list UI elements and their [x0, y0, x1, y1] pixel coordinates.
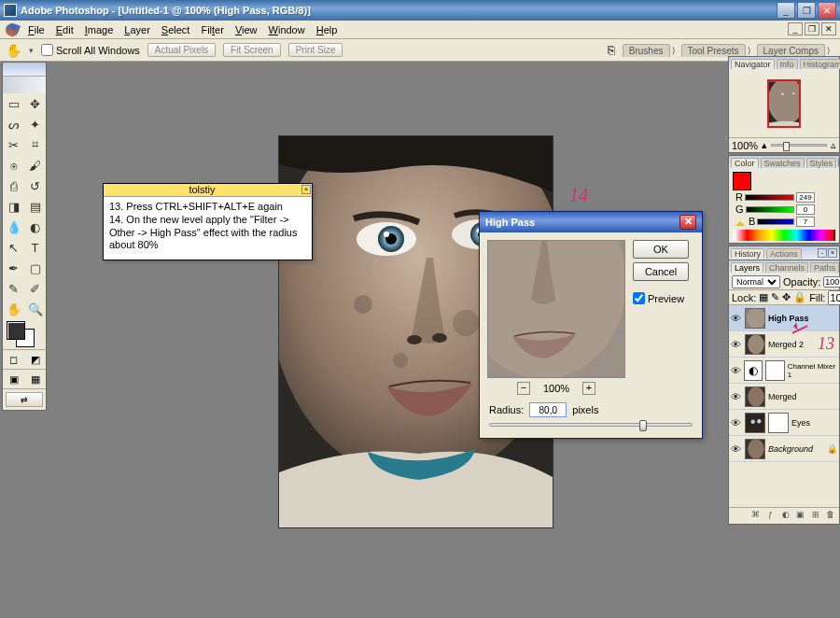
quickmask-off[interactable]: ◻	[3, 350, 24, 369]
menu-layer[interactable]: Layer	[119, 22, 156, 37]
brush-tool[interactable]: 🖌	[24, 155, 46, 176]
slice-tool[interactable]: ⌗	[24, 134, 46, 155]
layer-mask-thumb[interactable]	[768, 413, 789, 433]
layer-name[interactable]: Merged	[768, 392, 797, 401]
eyedropper-tool[interactable]: ✐	[24, 278, 46, 299]
palette-well-icon[interactable]: ⎘	[608, 43, 615, 57]
screenmode-standard[interactable]: ▣	[3, 370, 24, 388]
dialog-close-button[interactable]: ✕	[679, 215, 696, 230]
layer-row[interactable]: 👁 ◐ Channel Mixer 1	[729, 358, 839, 384]
tab-swatches[interactable]: Swatches	[761, 158, 805, 168]
blend-mode-select[interactable]: Normal	[732, 275, 780, 288]
layer-thumb[interactable]: ◐	[744, 360, 763, 381]
healing-tool[interactable]: ⍟	[3, 155, 24, 176]
palette-tab-brushes[interactable]: Brushes	[623, 44, 670, 57]
type-tool[interactable]: T	[24, 237, 46, 258]
tab-paths[interactable]: Paths	[810, 262, 839, 273]
layer-thumb[interactable]	[745, 439, 765, 459]
stamp-tool[interactable]: ⎙	[3, 176, 24, 196]
mask-icon[interactable]: ◐	[779, 510, 791, 522]
doc-restore-button[interactable]: ❐	[805, 22, 819, 35]
panel-close-icon[interactable]: ×	[828, 248, 837, 258]
menu-filter[interactable]: Filter	[195, 22, 229, 37]
history-brush-tool[interactable]: ↺	[24, 176, 46, 196]
tab-actions[interactable]: Actions	[766, 248, 802, 259]
layer-thumb[interactable]	[745, 413, 765, 433]
palette-tab-tool-presets[interactable]: Tool Presets	[681, 44, 746, 57]
visibility-icon[interactable]: 👁	[731, 443, 742, 455]
palette-tab-layer-comps[interactable]: Layer Comps	[757, 44, 825, 57]
layer-row[interactable]: 👁 High Pass	[729, 305, 839, 331]
menu-file[interactable]: FFileile	[22, 22, 50, 37]
note-close-icon[interactable]: ×	[301, 185, 311, 194]
tab-color[interactable]: Color	[731, 158, 759, 168]
menu-select[interactable]: Select	[156, 22, 196, 37]
zoom-tool[interactable]: 🔍	[24, 299, 46, 319]
link-icon[interactable]: ⌘	[749, 510, 762, 522]
lock-move-icon[interactable]: ✥	[782, 291, 791, 303]
navigator-zoom[interactable]: 100%	[732, 140, 758, 151]
note-header[interactable]: × tolstiy	[104, 184, 312, 197]
layer-row[interactable]: 👁 Background 🔒	[729, 436, 839, 462]
g-value[interactable]: 0	[796, 204, 815, 215]
new-layer-icon[interactable]: ⊞	[809, 510, 821, 522]
layer-name[interactable]: Channel Mixer 1	[788, 362, 837, 379]
tool-preset-dropdown[interactable]: ▾	[29, 46, 34, 55]
hand-tool[interactable]: ✋	[3, 299, 24, 319]
layer-row[interactable]: 👁 Eyes	[729, 410, 839, 436]
dialog-titlebar[interactable]: High Pass ✕	[480, 212, 702, 232]
navigator-thumb[interactable]	[729, 70, 839, 137]
menu-image[interactable]: Image	[79, 22, 119, 37]
visibility-icon[interactable]: 👁	[731, 365, 741, 376]
screenmode-full[interactable]: ▦	[24, 370, 46, 388]
radius-slider[interactable]	[489, 423, 693, 427]
quickmask-on[interactable]: ◩	[24, 350, 46, 369]
doc-minimize-button[interactable]: _	[788, 22, 803, 35]
blur-tool[interactable]: 💧	[3, 217, 24, 237]
navigator-slider[interactable]	[771, 144, 827, 147]
layer-thumb[interactable]	[745, 308, 765, 329]
fill-input[interactable]	[828, 290, 840, 305]
crop-tool[interactable]: ✂	[3, 134, 24, 155]
b-value[interactable]: 7	[796, 217, 815, 227]
color-ramp[interactable]	[733, 230, 835, 241]
wand-tool[interactable]: ✦	[24, 114, 46, 134]
color-foreground-swatch[interactable]	[733, 172, 751, 190]
menu-window[interactable]: Window	[263, 22, 311, 37]
close-button[interactable]: ✕	[818, 2, 836, 19]
gradient-tool[interactable]: ▤	[24, 196, 46, 217]
tab-layers[interactable]: Layers	[731, 262, 763, 273]
layer-name[interactable]: Eyes	[791, 418, 810, 428]
visibility-icon[interactable]: 👁	[731, 339, 742, 350]
pen-tool[interactable]: ✒	[3, 258, 24, 278]
menu-view[interactable]: View	[230, 22, 263, 37]
fit-screen-button[interactable]: Fit Screen	[223, 43, 281, 57]
lock-paint-icon[interactable]: ✎	[771, 291, 779, 303]
tab-histogram[interactable]: Histogram	[800, 59, 840, 69]
nav-zoom-out-icon[interactable]: ▴	[762, 139, 767, 151]
tab-navigator[interactable]: Navigator	[731, 59, 775, 69]
zoom-in-button[interactable]: +	[582, 382, 595, 395]
gamut-warning-icon[interactable]	[735, 217, 745, 226]
menu-help[interactable]: Help	[311, 22, 343, 37]
slider-thumb[interactable]	[639, 420, 647, 431]
r-value[interactable]: 249	[796, 192, 815, 203]
marquee-tool[interactable]: ▭	[3, 93, 24, 114]
preview-checkbox[interactable]: Preview	[633, 292, 689, 304]
foreground-color-swatch[interactable]	[7, 321, 25, 340]
eraser-tool[interactable]: ◨	[3, 196, 24, 217]
tab-history[interactable]: History	[731, 248, 764, 259]
restore-button[interactable]: ❐	[797, 2, 816, 19]
layer-row[interactable]: 👁 Merged	[729, 384, 839, 410]
minimize-button[interactable]: _	[777, 2, 795, 19]
g-slider[interactable]	[746, 206, 794, 213]
scroll-all-checkbox[interactable]: Scroll All Windows	[41, 44, 140, 56]
lock-transparency-icon[interactable]: ▦	[759, 291, 768, 303]
b-slider[interactable]	[757, 218, 794, 225]
actual-pixels-button[interactable]: Actual Pixels	[147, 43, 216, 57]
trash-icon[interactable]: 🗑	[824, 510, 836, 522]
panel-minimize-icon[interactable]: -	[818, 248, 827, 258]
doc-close-button[interactable]: ✕	[821, 22, 836, 35]
imageready-button[interactable]: ⇄	[6, 392, 43, 407]
zoom-out-button[interactable]: −	[517, 382, 530, 395]
